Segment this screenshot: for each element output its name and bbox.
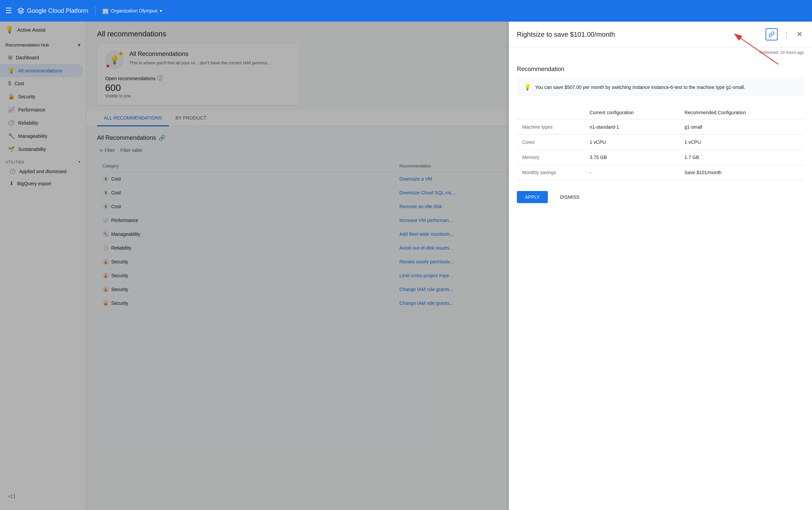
config-cell-recommended: g1-small bbox=[679, 120, 804, 135]
config-cell-current: - bbox=[584, 165, 679, 180]
link-copy-button[interactable] bbox=[765, 28, 778, 40]
apply-button[interactable]: APPLY bbox=[517, 191, 548, 203]
link-icon bbox=[768, 31, 775, 37]
config-cell-recommended: Save $101/month bbox=[679, 165, 804, 180]
config-cell-label: Machine types bbox=[517, 120, 584, 135]
app-brand: Google Cloud Platform bbox=[18, 7, 88, 14]
detail-actions: APPLY DISMISS bbox=[517, 191, 804, 203]
org-icon: 🏢 bbox=[102, 8, 109, 14]
config-table-row: Cores1 vCPU1 vCPU bbox=[517, 135, 804, 150]
config-table-row: Memory3.75 GB1.7 GB bbox=[517, 150, 804, 165]
org-name: Organization Olympus bbox=[111, 8, 158, 13]
gcp-logo-icon bbox=[18, 7, 24, 14]
detail-header-actions: ⋮ ✕ bbox=[765, 28, 804, 40]
config-cell-recommended: 1 vCPU bbox=[679, 135, 804, 150]
config-cell-current: 1 vCPU bbox=[584, 135, 679, 150]
top-nav: ☰ Google Cloud Platform 🏢 Organization O… bbox=[0, 0, 812, 22]
rec-info-box: 💡 You can save $507.00 per month by swit… bbox=[517, 78, 804, 96]
detail-section-title: Recommendation bbox=[517, 66, 804, 73]
dismiss-button[interactable]: DISMISS bbox=[552, 191, 588, 203]
config-cell-label: Monthly savings bbox=[517, 165, 584, 180]
config-cell-label: Cores bbox=[517, 135, 584, 150]
app-name: Google Cloud Platform bbox=[27, 7, 88, 14]
close-panel-button[interactable]: ✕ bbox=[795, 29, 804, 40]
rec-info-text: You can save $507.00 per month by switch… bbox=[535, 85, 745, 90]
detail-overlay: Rightsize to save $101.00/month ⋮ ✕ bbox=[0, 22, 812, 510]
nav-divider bbox=[95, 6, 95, 16]
config-col-label bbox=[517, 106, 584, 120]
detail-refreshed: Refreshed: 24 hours ago bbox=[509, 48, 812, 58]
config-cell-current: 3.75 GB bbox=[584, 150, 679, 165]
more-options-button[interactable]: ⋮ bbox=[782, 29, 791, 40]
detail-body: Recommendation 💡 You can save $507.00 pe… bbox=[509, 58, 812, 211]
config-table: Current configuration Recommended Config… bbox=[517, 106, 804, 180]
config-col-recommended: Recommended Configuration bbox=[679, 106, 804, 120]
hamburger-menu[interactable]: ☰ bbox=[5, 6, 12, 15]
detail-panel: Rightsize to save $101.00/month ⋮ ✕ bbox=[509, 22, 812, 510]
config-col-current: Current configuration bbox=[584, 106, 679, 120]
org-dropdown-icon: ▾ bbox=[160, 8, 162, 13]
config-table-row: Monthly savings-Save $101/month bbox=[517, 165, 804, 180]
detail-header: Rightsize to save $101.00/month ⋮ ✕ bbox=[509, 22, 812, 48]
config-cell-recommended: 1.7 GB bbox=[679, 150, 804, 165]
detail-title: Rightsize to save $101.00/month bbox=[517, 31, 615, 38]
org-selector[interactable]: 🏢 Organization Olympus ▾ bbox=[102, 8, 162, 14]
config-table-row: Machine typesn1-standard-1g1-small bbox=[517, 120, 804, 135]
config-cell-current: n1-standard-1 bbox=[584, 120, 679, 135]
rec-bulb-icon: 💡 bbox=[524, 84, 531, 91]
config-cell-label: Memory bbox=[517, 150, 584, 165]
